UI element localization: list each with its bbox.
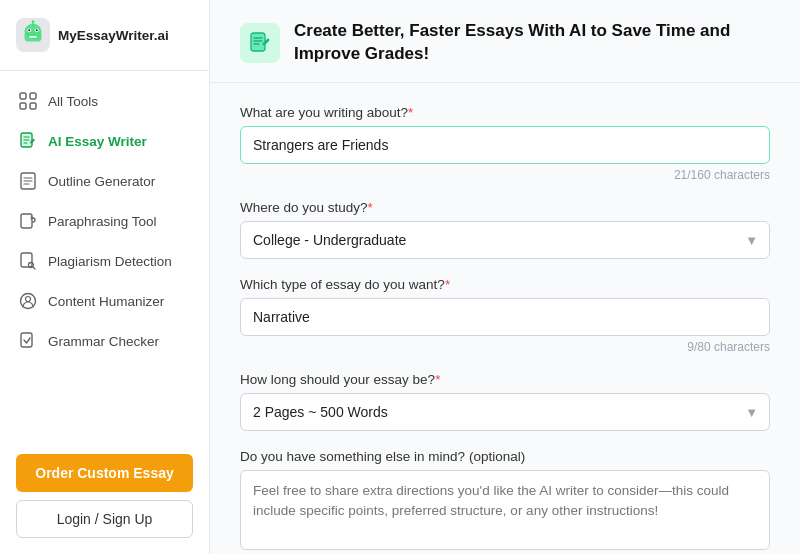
sidebar-item-grammar-checker[interactable]: Grammar Checker <box>0 321 209 361</box>
doc-edit-icon <box>18 131 38 151</box>
svg-line-25 <box>33 267 35 269</box>
svg-rect-10 <box>20 93 26 99</box>
refresh-doc-icon <box>18 211 38 231</box>
svg-point-27 <box>26 297 31 302</box>
svg-rect-8 <box>32 23 34 27</box>
essay-type-input[interactable] <box>240 298 770 336</box>
main-header: Create Better, Faster Essays With AI to … <box>210 0 800 83</box>
study-select-wrapper: High School College - Undergraduate Coll… <box>240 221 770 259</box>
sidebar-item-label-paraphrasing-tool: Paraphrasing Tool <box>48 214 157 229</box>
sidebar-item-label-plagiarism-detection: Plagiarism Detection <box>48 254 172 269</box>
sidebar: MyEssayWriter.ai All Tools <box>0 0 210 554</box>
svg-rect-23 <box>21 253 32 267</box>
extra-directions-group: Do you have something else in mind? (opt… <box>240 449 770 550</box>
essay-length-group: How long should your essay be?* 1 Page ~… <box>240 372 770 431</box>
svg-rect-12 <box>20 103 26 109</box>
form-area: What are you writing about?* 21/160 char… <box>210 83 800 554</box>
sidebar-actions: Order Custom Essay Login / Sign Up <box>0 438 209 554</box>
person-circle-icon <box>18 291 38 311</box>
grid-icon <box>18 91 38 111</box>
extra-directions-label: Do you have something else in mind? (opt… <box>240 449 770 464</box>
login-signup-button[interactable]: Login / Sign Up <box>16 500 193 538</box>
essay-writer-doc-icon <box>240 23 280 63</box>
check-doc-icon <box>18 331 38 351</box>
svg-rect-22 <box>21 214 32 228</box>
sidebar-item-outline-generator[interactable]: Outline Generator <box>0 161 209 201</box>
sidebar-item-label-outline-generator: Outline Generator <box>48 174 155 189</box>
essay-length-label: How long should your essay be?* <box>240 372 770 387</box>
essay-type-char-count: 9/80 characters <box>240 340 770 354</box>
main-title: Create Better, Faster Essays With AI to … <box>294 20 770 66</box>
writing-about-group: What are you writing about?* 21/160 char… <box>240 105 770 182</box>
sidebar-item-content-humanizer[interactable]: Content Humanizer <box>0 281 209 321</box>
svg-point-5 <box>28 29 30 31</box>
order-custom-essay-button[interactable]: Order Custom Essay <box>16 454 193 492</box>
logo-icon <box>16 18 50 52</box>
essay-type-label: Which type of essay do you want?* <box>240 277 770 292</box>
svg-rect-28 <box>21 333 32 347</box>
sidebar-item-label-content-humanizer: Content Humanizer <box>48 294 164 309</box>
search-doc-icon <box>18 251 38 271</box>
sidebar-item-label-all-tools: All Tools <box>48 94 98 109</box>
svg-rect-13 <box>30 103 36 109</box>
nav-items: All Tools AI Essay Writer <box>0 71 209 438</box>
svg-rect-7 <box>29 36 37 38</box>
sidebar-item-ai-essay-writer[interactable]: AI Essay Writer <box>0 121 209 161</box>
sidebar-item-plagiarism-detection[interactable]: Plagiarism Detection <box>0 241 209 281</box>
sidebar-item-all-tools[interactable]: All Tools <box>0 81 209 121</box>
writing-about-input[interactable] <box>240 126 770 164</box>
writing-about-char-count: 21/160 characters <box>240 168 770 182</box>
svg-rect-29 <box>251 33 265 51</box>
svg-point-6 <box>36 29 38 31</box>
logo-text: MyEssayWriter.ai <box>58 28 169 43</box>
study-label: Where do you study?* <box>240 200 770 215</box>
svg-point-9 <box>32 20 35 23</box>
sidebar-item-label-ai-essay-writer: AI Essay Writer <box>48 134 147 149</box>
study-select[interactable]: High School College - Undergraduate Coll… <box>240 221 770 259</box>
essay-length-select-wrapper: 1 Page ~ 275 Words 2 Pages ~ 500 Words 3… <box>240 393 770 431</box>
sidebar-item-label-grammar-checker: Grammar Checker <box>48 334 159 349</box>
study-group: Where do you study?* High School College… <box>240 200 770 259</box>
main-content: Create Better, Faster Essays With AI to … <box>210 0 800 554</box>
list-doc-icon <box>18 171 38 191</box>
essay-length-select[interactable]: 1 Page ~ 275 Words 2 Pages ~ 500 Words 3… <box>240 393 770 431</box>
sidebar-item-paraphrasing-tool[interactable]: Paraphrasing Tool <box>0 201 209 241</box>
svg-rect-11 <box>30 93 36 99</box>
essay-type-group: Which type of essay do you want?* 9/80 c… <box>240 277 770 354</box>
writing-about-label: What are you writing about?* <box>240 105 770 120</box>
logo-area: MyEssayWriter.ai <box>0 0 209 71</box>
extra-directions-textarea[interactable] <box>240 470 770 550</box>
